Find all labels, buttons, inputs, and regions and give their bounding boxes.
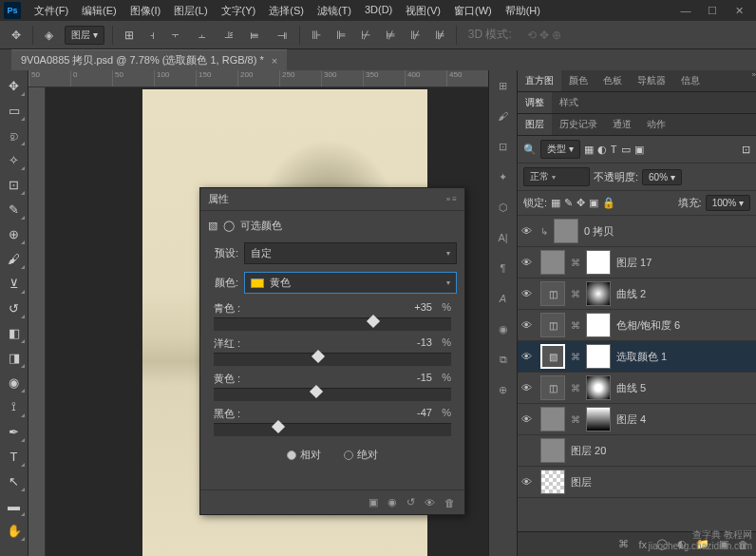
layer-name[interactable]: 曲线 5 bbox=[616, 381, 646, 395]
dock-glyph-icon[interactable]: A bbox=[492, 287, 515, 310]
wand-tool-icon[interactable]: ✧ bbox=[3, 148, 26, 171]
menu-view[interactable]: 视图(V) bbox=[400, 2, 446, 20]
blend-mode-select[interactable]: 正常 ▾ bbox=[523, 167, 590, 186]
slider-thumb[interactable] bbox=[309, 385, 322, 398]
fx-icon[interactable]: fx bbox=[638, 539, 647, 550]
distribute-6-icon[interactable]: ⊯ bbox=[431, 27, 448, 44]
visibility-icon[interactable]: 👁 bbox=[521, 413, 535, 425]
layer-row[interactable]: 👁 ↳ 0 拷贝 bbox=[518, 216, 756, 247]
dock-brush2-icon[interactable]: ⧉ bbox=[492, 348, 515, 371]
visibility-icon[interactable]: 👁 bbox=[521, 319, 535, 331]
filter-shape-icon[interactable]: ▭ bbox=[621, 144, 631, 156]
tab-history[interactable]: 历史记录 bbox=[552, 114, 605, 135]
lock-artboard-icon[interactable]: ▣ bbox=[589, 197, 598, 209]
align-center-h-icon[interactable]: ⫟ bbox=[166, 27, 185, 44]
dock-adjust-icon[interactable]: ✦ bbox=[492, 165, 515, 188]
crop-tool-icon[interactable]: ⊡ bbox=[3, 173, 26, 196]
tab-layers[interactable]: 图层 bbox=[518, 114, 552, 135]
distribute-4-icon[interactable]: ⊭ bbox=[382, 27, 399, 44]
adjust-thumb[interactable]: ◫ bbox=[540, 375, 565, 400]
link-layers-icon[interactable]: ⌘ bbox=[618, 538, 629, 550]
slider-value[interactable]: -47 bbox=[394, 407, 432, 421]
brush-tool-icon[interactable]: 🖌 bbox=[3, 247, 26, 270]
menu-help[interactable]: 帮助(H) bbox=[500, 2, 546, 20]
stamp-tool-icon[interactable]: ⊻ bbox=[3, 272, 26, 295]
tab-color[interactable]: 颜色 bbox=[561, 70, 595, 91]
slider-value[interactable]: -15 bbox=[394, 372, 432, 386]
minimize-button[interactable]: — bbox=[672, 1, 699, 20]
distribute-3-icon[interactable]: ⊬ bbox=[357, 27, 374, 44]
toggle-visibility-icon[interactable]: 👁 bbox=[425, 497, 435, 508]
properties-header[interactable]: 属性 » ≡ bbox=[200, 188, 464, 211]
preset-select[interactable]: 自定▾ bbox=[244, 242, 457, 264]
dock-para-icon[interactable]: ¶ bbox=[492, 257, 515, 279]
lock-pixels-icon[interactable]: ▦ bbox=[551, 197, 560, 209]
mask-thumb[interactable] bbox=[586, 407, 611, 431]
adjust-thumb[interactable]: ◫ bbox=[540, 281, 565, 306]
slider-track[interactable] bbox=[214, 317, 451, 331]
move-tool-icon[interactable]: ✥ bbox=[8, 27, 25, 44]
tab-channels[interactable]: 通道 bbox=[605, 114, 639, 135]
distribute-1-icon[interactable]: ⊪ bbox=[308, 27, 325, 44]
lock-position-icon[interactable]: ✥ bbox=[576, 197, 585, 209]
filter-image-icon[interactable]: ▦ bbox=[584, 144, 594, 156]
visibility-icon[interactable]: 👁 bbox=[521, 476, 535, 488]
visibility-icon[interactable]: 👁 bbox=[521, 382, 535, 393]
document-tab[interactable]: 9V0A0885 拷贝.psd @ 7.78% (选取颜色 1, RGB/8) … bbox=[11, 49, 287, 70]
distribute-5-icon[interactable]: ⊮ bbox=[406, 27, 424, 44]
slider-value[interactable]: +35 bbox=[394, 301, 432, 316]
mask-thumb[interactable] bbox=[586, 313, 611, 337]
search-icon[interactable]: 🔍 bbox=[523, 144, 537, 156]
panel-collapse-icon[interactable]: » bbox=[752, 70, 756, 91]
radio-relative[interactable]: 相对 bbox=[287, 448, 321, 462]
gradient-tool-icon[interactable]: ◨ bbox=[3, 346, 26, 369]
clip-to-layer-icon[interactable]: ▣ bbox=[369, 496, 378, 508]
lasso-tool-icon[interactable]: ⟄ bbox=[3, 124, 26, 146]
layer-name[interactable]: 图层 20 bbox=[571, 444, 606, 458]
link-icon[interactable]: ⌘ bbox=[571, 352, 580, 362]
align-right-icon[interactable]: ⫠ bbox=[193, 27, 212, 44]
layer-name[interactable]: 色相/饱和度 6 bbox=[616, 318, 680, 333]
blur-tool-icon[interactable]: ◉ bbox=[3, 371, 26, 393]
tab-navigator[interactable]: 导航器 bbox=[630, 70, 673, 91]
menu-filter[interactable]: 滤镜(T) bbox=[312, 2, 357, 20]
tab-info[interactable]: 信息 bbox=[673, 70, 708, 91]
filter-adjust-icon[interactable]: ◐ bbox=[597, 144, 607, 156]
slider-track[interactable] bbox=[214, 423, 451, 436]
layer-thumb[interactable] bbox=[554, 219, 578, 243]
hand-tool-icon[interactable]: ✋ bbox=[3, 519, 26, 542]
pen-tool-icon[interactable]: ✒ bbox=[3, 420, 26, 443]
align-middle-icon[interactable]: ⫢ bbox=[246, 27, 265, 44]
align-top-icon[interactable]: ⫡ bbox=[219, 27, 238, 44]
mask-thumb[interactable] bbox=[586, 344, 611, 369]
visibility-icon[interactable]: 👁 bbox=[521, 225, 535, 237]
layer-row[interactable]: 👁 ◫ ⌘ 曲线 5 bbox=[518, 373, 756, 404]
layer-row[interactable]: 图层 20 bbox=[518, 435, 756, 467]
layer-row[interactable]: 👁 ⌘ 图层 4 bbox=[518, 404, 756, 435]
opacity-input[interactable]: 60% ▾ bbox=[642, 169, 682, 185]
slider-thumb[interactable] bbox=[366, 315, 379, 328]
distribute-2-icon[interactable]: ⊫ bbox=[332, 27, 350, 44]
layer-row[interactable]: 👁 ⌘ 图层 17 bbox=[518, 247, 756, 278]
dock-swatches-icon[interactable]: ⊡ bbox=[492, 135, 515, 158]
slider-value[interactable]: -13 bbox=[394, 336, 432, 351]
move-tool-icon[interactable]: ✥ bbox=[3, 74, 26, 97]
slider-track[interactable] bbox=[214, 388, 451, 401]
menu-edit[interactable]: 编辑(E) bbox=[76, 2, 123, 20]
menu-3d[interactable]: 3D(D) bbox=[359, 2, 398, 20]
delete-adjustment-icon[interactable]: 🗑 bbox=[444, 497, 455, 508]
layer-row[interactable]: 👁 ◫ ⌘ 色相/饱和度 6 bbox=[518, 310, 756, 341]
filter-type-icon[interactable]: T bbox=[611, 144, 617, 155]
dock-brush-icon[interactable]: 🖌 bbox=[492, 105, 515, 127]
mask-mode-icon[interactable]: ◯ bbox=[223, 220, 235, 232]
link-icon[interactable]: ⌘ bbox=[571, 320, 580, 331]
layer-name[interactable]: 曲线 2 bbox=[616, 287, 646, 301]
dock-styles-icon[interactable]: ◉ bbox=[492, 317, 515, 340]
visibility-icon[interactable]: 👁 bbox=[521, 288, 535, 299]
visibility-icon[interactable]: 👁 bbox=[521, 257, 535, 268]
eyedropper-tool-icon[interactable]: ✎ bbox=[3, 198, 26, 220]
tab-styles[interactable]: 样式 bbox=[552, 92, 586, 113]
menu-window[interactable]: 窗口(W) bbox=[448, 2, 498, 20]
radio-absolute[interactable]: 绝对 bbox=[344, 448, 378, 462]
layer-target-select[interactable]: 图层 ▾ bbox=[65, 26, 104, 45]
